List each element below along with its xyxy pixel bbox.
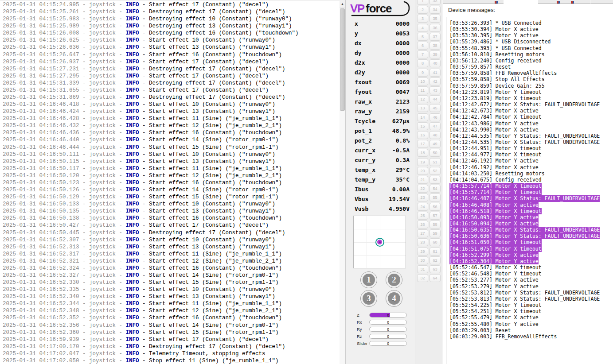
grid-button[interactable]: 12 bbox=[417, 95, 428, 103]
telemetry-value: 4.950V bbox=[389, 205, 410, 212]
grid-button[interactable]: 48 bbox=[429, 131, 441, 139]
grid-button[interactable]: 64 bbox=[429, 274, 441, 282]
grid-button[interactable]: 34 bbox=[429, 6, 441, 14]
grid-button[interactable]: 45 bbox=[429, 104, 441, 112]
grid-button[interactable]: 33 bbox=[429, 0, 441, 5]
grid-button[interactable]: 40 bbox=[429, 59, 441, 67]
grid-button[interactable]: 38 bbox=[429, 42, 441, 50]
grid-button[interactable]: 13 bbox=[417, 104, 428, 112]
grid-button[interactable]: 26 bbox=[417, 221, 428, 228]
grid-button[interactable]: 16 bbox=[417, 131, 428, 139]
grid-button[interactable]: 20 bbox=[417, 167, 428, 175]
grid-button[interactable]: 18 bbox=[417, 149, 428, 157]
grid-button[interactable]: 8 bbox=[417, 59, 428, 67]
grid-button[interactable]: 59 bbox=[429, 229, 441, 237]
fire-button[interactable]: 3 bbox=[360, 290, 377, 307]
device-messages-list[interactable]: [03:53:26.393] * USB Connected [03:53:30… bbox=[446, 17, 613, 364]
grid-button[interactable]: 1 bbox=[417, 0, 428, 5]
fire-button[interactable]: 1 bbox=[360, 271, 377, 288]
grid-button[interactable]: 35 bbox=[429, 15, 441, 23]
scrollbar-thumb[interactable] bbox=[340, 8, 345, 111]
toolbar-fragment[interactable] bbox=[472, 0, 504, 4]
button-grid-row: 21 53 bbox=[415, 176, 442, 184]
grid-button[interactable]: 28 bbox=[417, 238, 428, 246]
grid-button[interactable]: 37 bbox=[429, 33, 441, 41]
grid-button[interactable]: 30 bbox=[417, 256, 428, 264]
grid-button[interactable]: 5 bbox=[417, 33, 428, 41]
grid-button[interactable]: 44 bbox=[429, 95, 441, 103]
grid-button[interactable]: 47 bbox=[429, 122, 441, 130]
device-message: [06:03:29.003] FFB_RemoveAllEffects bbox=[449, 333, 613, 340]
fire-button[interactable]: 4 bbox=[386, 290, 402, 307]
grid-button[interactable]: 23 bbox=[417, 194, 428, 201]
grid-button[interactable]: 25 bbox=[417, 212, 428, 220]
grid-button[interactable]: 51 bbox=[429, 158, 441, 166]
telemetry-label: Vusb bbox=[355, 205, 368, 212]
grid-button[interactable]: 14 bbox=[417, 113, 428, 121]
axis-bar: 0 bbox=[369, 341, 407, 346]
grid-button[interactable]: 49 bbox=[429, 140, 441, 148]
grid-button[interactable]: 39 bbox=[429, 50, 441, 58]
grid-button[interactable]: 19 bbox=[417, 158, 428, 166]
toolbar-fragment[interactable] bbox=[443, 0, 472, 4]
telemetry-row: temp_x 29°C bbox=[355, 165, 410, 174]
grid-button[interactable]: 3 bbox=[417, 15, 428, 23]
device-message: [04:14:04.675] Config received bbox=[449, 177, 613, 183]
grid-button[interactable]: 22 bbox=[417, 185, 428, 193]
device-message: [05:52:53.813] Motor X Status: FAULT_UND… bbox=[449, 296, 613, 302]
log-scrollbar[interactable]: ▲ bbox=[340, 0, 346, 364]
grid-button[interactable]: 58 bbox=[429, 221, 441, 228]
grid-button[interactable]: 50 bbox=[429, 149, 441, 157]
grid-button[interactable]: 17 bbox=[417, 140, 428, 148]
grid-button[interactable]: 10 bbox=[417, 77, 428, 85]
grid-button[interactable]: 46 bbox=[429, 113, 441, 121]
grid-button[interactable]: 63 bbox=[429, 265, 441, 273]
grid-button[interactable]: 29 bbox=[417, 248, 428, 256]
gridline bbox=[354, 229, 406, 229]
grid-button[interactable]: 41 bbox=[429, 69, 441, 77]
grid-button[interactable]: 36 bbox=[429, 24, 441, 32]
device-message: [04:12:44.951] Motor Y timeout bbox=[449, 145, 613, 151]
scroll-up-button[interactable]: ▲ bbox=[340, 0, 345, 8]
grid-button[interactable]: 2 bbox=[417, 6, 428, 14]
toolbar-fragment[interactable] bbox=[538, 0, 590, 4]
grid-button[interactable]: 9 bbox=[417, 69, 428, 77]
toolbar-fragment[interactable] bbox=[590, 0, 613, 4]
grid-button[interactable]: 15 bbox=[417, 122, 428, 130]
grid-button[interactable]: 21 bbox=[417, 176, 428, 184]
grid-button[interactable]: 11 bbox=[417, 86, 428, 94]
axis-bar: 0 bbox=[369, 320, 407, 325]
log-line: 2025-01-31 04:15:27.295 - joystick - INF… bbox=[3, 73, 340, 80]
grid-button[interactable]: 53 bbox=[429, 176, 441, 184]
telemetry-label: Ibus bbox=[355, 186, 368, 193]
grid-button[interactable]: 52 bbox=[429, 167, 441, 175]
grid-button[interactable]: 62 bbox=[429, 256, 441, 264]
grid-button[interactable]: 4 bbox=[417, 24, 428, 32]
log-line: 2025-01-31 04:16:50.133 - joystick - INF… bbox=[3, 201, 340, 208]
grid-button[interactable]: 60 bbox=[429, 238, 441, 246]
grid-button[interactable]: 42 bbox=[429, 77, 441, 85]
grid-button[interactable]: 55 bbox=[429, 194, 441, 201]
svg-text:force: force bbox=[366, 2, 392, 15]
grid-button[interactable]: 32 bbox=[417, 274, 428, 282]
grid-button[interactable]: 43 bbox=[429, 86, 441, 94]
effects-log-panel[interactable]: 2025-01-31 04:15:24.995 - joystick - INF… bbox=[0, 0, 340, 364]
grid-button[interactable]: 54 bbox=[429, 185, 441, 193]
grid-button[interactable]: 6 bbox=[417, 42, 428, 50]
log-line: 2025-01-31 04:17:02.047 - joystick - INF… bbox=[3, 350, 340, 357]
button-grid-row: 23 55 bbox=[415, 194, 442, 201]
fire-button[interactable]: 2 bbox=[386, 271, 402, 288]
log-line: 2025-01-31 04:17:02.050 - joystick - INF… bbox=[3, 357, 340, 364]
grid-button[interactable]: 61 bbox=[429, 248, 441, 256]
axis-row: Slider 0 bbox=[346, 340, 415, 347]
grid-button[interactable]: 31 bbox=[417, 265, 428, 273]
grid-button[interactable]: 27 bbox=[417, 229, 428, 237]
grid-button[interactable]: 56 bbox=[429, 203, 441, 211]
log-line: 2025-01-31 04:16:50.111 - joystick - INF… bbox=[3, 151, 340, 158]
button-grid-row: 15 47 bbox=[415, 122, 442, 130]
device-message: [04:12:42.784] Motor X timeout bbox=[449, 114, 613, 120]
grid-button[interactable]: 7 bbox=[417, 50, 428, 58]
xy-position-plot bbox=[353, 216, 406, 268]
grid-button[interactable]: 24 bbox=[417, 203, 428, 211]
grid-button[interactable]: 57 bbox=[429, 212, 441, 220]
